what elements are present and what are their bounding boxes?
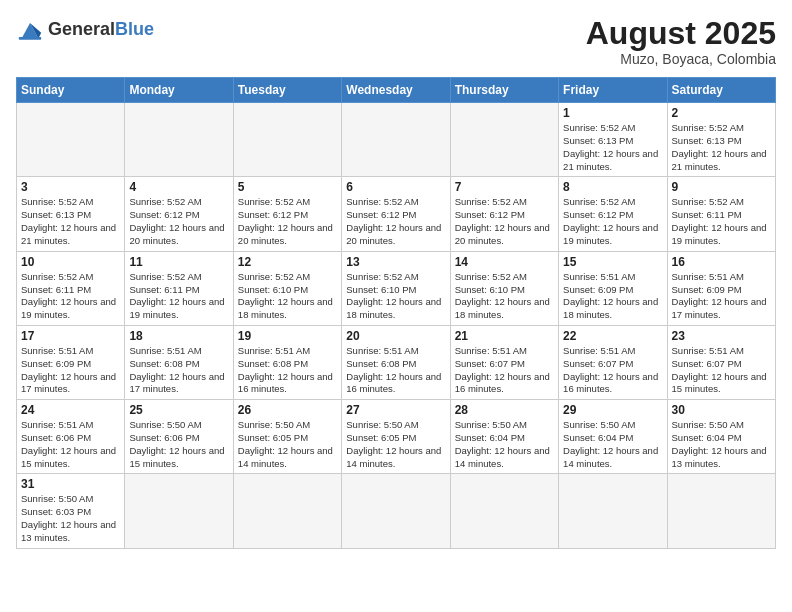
calendar-cell: 3Sunrise: 5:52 AM Sunset: 6:13 PM Daylig… bbox=[17, 177, 125, 251]
calendar-cell: 13Sunrise: 5:52 AM Sunset: 6:10 PM Dayli… bbox=[342, 251, 450, 325]
day-number: 12 bbox=[238, 255, 337, 269]
day-info: Sunrise: 5:52 AM Sunset: 6:10 PM Dayligh… bbox=[346, 271, 445, 322]
day-info: Sunrise: 5:51 AM Sunset: 6:08 PM Dayligh… bbox=[346, 345, 445, 396]
calendar-cell bbox=[450, 474, 558, 548]
calendar-cell: 4Sunrise: 5:52 AM Sunset: 6:12 PM Daylig… bbox=[125, 177, 233, 251]
day-info: Sunrise: 5:52 AM Sunset: 6:12 PM Dayligh… bbox=[455, 196, 554, 247]
header: GeneralBlue August 2025 Muzo, Boyaca, Co… bbox=[16, 16, 776, 67]
calendar-cell: 20Sunrise: 5:51 AM Sunset: 6:08 PM Dayli… bbox=[342, 325, 450, 399]
day-info: Sunrise: 5:52 AM Sunset: 6:13 PM Dayligh… bbox=[21, 196, 120, 247]
calendar-cell: 11Sunrise: 5:52 AM Sunset: 6:11 PM Dayli… bbox=[125, 251, 233, 325]
day-number: 5 bbox=[238, 180, 337, 194]
day-number: 13 bbox=[346, 255, 445, 269]
day-number: 30 bbox=[672, 403, 771, 417]
calendar-cell: 5Sunrise: 5:52 AM Sunset: 6:12 PM Daylig… bbox=[233, 177, 341, 251]
col-header-saturday: Saturday bbox=[667, 78, 775, 103]
calendar-cell: 26Sunrise: 5:50 AM Sunset: 6:05 PM Dayli… bbox=[233, 400, 341, 474]
generalblue-logo-icon bbox=[16, 16, 44, 44]
week-row-4: 24Sunrise: 5:51 AM Sunset: 6:06 PM Dayli… bbox=[17, 400, 776, 474]
day-info: Sunrise: 5:52 AM Sunset: 6:12 PM Dayligh… bbox=[563, 196, 662, 247]
day-number: 22 bbox=[563, 329, 662, 343]
calendar-cell: 6Sunrise: 5:52 AM Sunset: 6:12 PM Daylig… bbox=[342, 177, 450, 251]
page: GeneralBlue August 2025 Muzo, Boyaca, Co… bbox=[0, 0, 792, 612]
calendar-header-row: SundayMondayTuesdayWednesdayThursdayFrid… bbox=[17, 78, 776, 103]
calendar-cell: 17Sunrise: 5:51 AM Sunset: 6:09 PM Dayli… bbox=[17, 325, 125, 399]
day-number: 24 bbox=[21, 403, 120, 417]
calendar-cell: 31Sunrise: 5:50 AM Sunset: 6:03 PM Dayli… bbox=[17, 474, 125, 548]
logo: GeneralBlue bbox=[16, 16, 154, 44]
day-number: 2 bbox=[672, 106, 771, 120]
col-header-wednesday: Wednesday bbox=[342, 78, 450, 103]
day-number: 21 bbox=[455, 329, 554, 343]
day-number: 25 bbox=[129, 403, 228, 417]
day-info: Sunrise: 5:50 AM Sunset: 6:06 PM Dayligh… bbox=[129, 419, 228, 470]
day-number: 28 bbox=[455, 403, 554, 417]
calendar-cell: 7Sunrise: 5:52 AM Sunset: 6:12 PM Daylig… bbox=[450, 177, 558, 251]
day-info: Sunrise: 5:52 AM Sunset: 6:11 PM Dayligh… bbox=[129, 271, 228, 322]
day-number: 16 bbox=[672, 255, 771, 269]
month-title: August 2025 bbox=[586, 16, 776, 51]
day-number: 6 bbox=[346, 180, 445, 194]
logo-general: General bbox=[48, 19, 115, 39]
day-info: Sunrise: 5:51 AM Sunset: 6:07 PM Dayligh… bbox=[563, 345, 662, 396]
week-row-5: 31Sunrise: 5:50 AM Sunset: 6:03 PM Dayli… bbox=[17, 474, 776, 548]
day-info: Sunrise: 5:51 AM Sunset: 6:09 PM Dayligh… bbox=[21, 345, 120, 396]
calendar-cell: 12Sunrise: 5:52 AM Sunset: 6:10 PM Dayli… bbox=[233, 251, 341, 325]
day-info: Sunrise: 5:50 AM Sunset: 6:05 PM Dayligh… bbox=[238, 419, 337, 470]
calendar-cell bbox=[450, 103, 558, 177]
day-number: 20 bbox=[346, 329, 445, 343]
calendar-cell: 18Sunrise: 5:51 AM Sunset: 6:08 PM Dayli… bbox=[125, 325, 233, 399]
week-row-0: 1Sunrise: 5:52 AM Sunset: 6:13 PM Daylig… bbox=[17, 103, 776, 177]
day-number: 7 bbox=[455, 180, 554, 194]
day-info: Sunrise: 5:50 AM Sunset: 6:04 PM Dayligh… bbox=[563, 419, 662, 470]
calendar-cell: 10Sunrise: 5:52 AM Sunset: 6:11 PM Dayli… bbox=[17, 251, 125, 325]
col-header-sunday: Sunday bbox=[17, 78, 125, 103]
day-info: Sunrise: 5:52 AM Sunset: 6:11 PM Dayligh… bbox=[672, 196, 771, 247]
day-info: Sunrise: 5:51 AM Sunset: 6:07 PM Dayligh… bbox=[455, 345, 554, 396]
day-info: Sunrise: 5:50 AM Sunset: 6:03 PM Dayligh… bbox=[21, 493, 120, 544]
calendar-cell: 28Sunrise: 5:50 AM Sunset: 6:04 PM Dayli… bbox=[450, 400, 558, 474]
day-number: 8 bbox=[563, 180, 662, 194]
day-number: 17 bbox=[21, 329, 120, 343]
calendar-cell: 23Sunrise: 5:51 AM Sunset: 6:07 PM Dayli… bbox=[667, 325, 775, 399]
day-info: Sunrise: 5:52 AM Sunset: 6:13 PM Dayligh… bbox=[563, 122, 662, 173]
calendar-cell: 1Sunrise: 5:52 AM Sunset: 6:13 PM Daylig… bbox=[559, 103, 667, 177]
calendar-cell bbox=[17, 103, 125, 177]
calendar-cell bbox=[233, 103, 341, 177]
calendar-cell: 14Sunrise: 5:52 AM Sunset: 6:10 PM Dayli… bbox=[450, 251, 558, 325]
calendar-cell bbox=[233, 474, 341, 548]
calendar-cell bbox=[125, 103, 233, 177]
col-header-tuesday: Tuesday bbox=[233, 78, 341, 103]
week-row-3: 17Sunrise: 5:51 AM Sunset: 6:09 PM Dayli… bbox=[17, 325, 776, 399]
week-row-1: 3Sunrise: 5:52 AM Sunset: 6:13 PM Daylig… bbox=[17, 177, 776, 251]
calendar-cell: 24Sunrise: 5:51 AM Sunset: 6:06 PM Dayli… bbox=[17, 400, 125, 474]
day-info: Sunrise: 5:52 AM Sunset: 6:11 PM Dayligh… bbox=[21, 271, 120, 322]
calendar-cell bbox=[667, 474, 775, 548]
col-header-thursday: Thursday bbox=[450, 78, 558, 103]
day-info: Sunrise: 5:51 AM Sunset: 6:08 PM Dayligh… bbox=[238, 345, 337, 396]
day-info: Sunrise: 5:52 AM Sunset: 6:12 PM Dayligh… bbox=[238, 196, 337, 247]
day-info: Sunrise: 5:50 AM Sunset: 6:05 PM Dayligh… bbox=[346, 419, 445, 470]
calendar-cell: 22Sunrise: 5:51 AM Sunset: 6:07 PM Dayli… bbox=[559, 325, 667, 399]
col-header-friday: Friday bbox=[559, 78, 667, 103]
calendar-cell: 8Sunrise: 5:52 AM Sunset: 6:12 PM Daylig… bbox=[559, 177, 667, 251]
day-number: 1 bbox=[563, 106, 662, 120]
day-number: 26 bbox=[238, 403, 337, 417]
calendar: SundayMondayTuesdayWednesdayThursdayFrid… bbox=[16, 77, 776, 549]
day-info: Sunrise: 5:52 AM Sunset: 6:10 PM Dayligh… bbox=[455, 271, 554, 322]
day-info: Sunrise: 5:52 AM Sunset: 6:12 PM Dayligh… bbox=[129, 196, 228, 247]
day-info: Sunrise: 5:51 AM Sunset: 6:09 PM Dayligh… bbox=[672, 271, 771, 322]
logo-blue: Blue bbox=[115, 19, 154, 39]
logo-text: GeneralBlue bbox=[48, 20, 154, 40]
day-number: 18 bbox=[129, 329, 228, 343]
day-number: 15 bbox=[563, 255, 662, 269]
col-header-monday: Monday bbox=[125, 78, 233, 103]
day-info: Sunrise: 5:51 AM Sunset: 6:07 PM Dayligh… bbox=[672, 345, 771, 396]
calendar-cell: 21Sunrise: 5:51 AM Sunset: 6:07 PM Dayli… bbox=[450, 325, 558, 399]
day-number: 23 bbox=[672, 329, 771, 343]
day-info: Sunrise: 5:50 AM Sunset: 6:04 PM Dayligh… bbox=[455, 419, 554, 470]
day-info: Sunrise: 5:51 AM Sunset: 6:09 PM Dayligh… bbox=[563, 271, 662, 322]
day-number: 9 bbox=[672, 180, 771, 194]
calendar-cell bbox=[342, 474, 450, 548]
title-block: August 2025 Muzo, Boyaca, Colombia bbox=[586, 16, 776, 67]
